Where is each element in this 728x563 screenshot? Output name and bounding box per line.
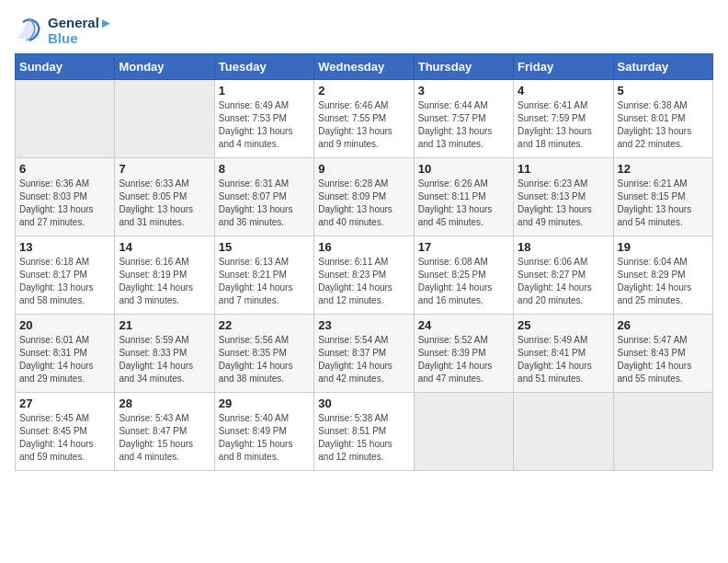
weekday-header-thursday: Thursday [414,54,513,80]
day-number: 20 [19,318,110,332]
calendar-cell: 5Sunrise: 6:38 AM Sunset: 8:01 PM Daylig… [613,80,712,158]
calendar-cell [613,393,712,471]
day-info: Sunrise: 6:49 AM Sunset: 7:53 PM Dayligh… [219,99,310,151]
calendar-cell: 3Sunrise: 6:44 AM Sunset: 7:57 PM Daylig… [414,80,513,158]
calendar-cell: 23Sunrise: 5:54 AM Sunset: 8:37 PM Dayli… [314,315,414,393]
day-info: Sunrise: 6:28 AM Sunset: 8:09 PM Dayligh… [318,178,409,229]
day-info: Sunrise: 6:36 AM Sunset: 8:03 PM Dayligh… [19,178,110,229]
calendar-cell: 1Sunrise: 6:49 AM Sunset: 7:53 PM Daylig… [214,80,313,158]
day-info: Sunrise: 6:38 AM Sunset: 8:01 PM Dayligh… [618,99,709,151]
calendar-cell: 7Sunrise: 6:33 AM Sunset: 8:05 PM Daylig… [115,158,214,236]
day-info: Sunrise: 6:16 AM Sunset: 8:19 PM Dayligh… [119,256,210,307]
day-number: 10 [418,162,509,176]
day-number: 14 [119,240,210,254]
day-number: 5 [618,84,709,98]
day-number: 11 [518,162,609,176]
day-info: Sunrise: 6:08 AM Sunset: 8:25 PM Dayligh… [418,256,509,307]
day-number: 13 [19,240,110,254]
day-info: Sunrise: 6:21 AM Sunset: 8:15 PM Dayligh… [618,178,709,229]
calendar-table: SundayMondayTuesdayWednesdayThursdayFrid… [15,53,713,471]
weekday-header-row: SundayMondayTuesdayWednesdayThursdayFrid… [16,54,713,80]
calendar-cell: 10Sunrise: 6:26 AM Sunset: 8:11 PM Dayli… [414,158,513,236]
calendar-cell: 30Sunrise: 5:38 AM Sunset: 8:51 PM Dayli… [314,393,414,471]
day-number: 25 [518,318,609,332]
day-number: 4 [518,84,609,98]
day-info: Sunrise: 5:40 AM Sunset: 8:49 PM Dayligh… [219,412,310,464]
day-info: Sunrise: 5:47 AM Sunset: 8:43 PM Dayligh… [618,334,709,385]
day-info: Sunrise: 6:33 AM Sunset: 8:05 PM Dayligh… [119,178,210,229]
day-info: Sunrise: 5:49 AM Sunset: 8:41 PM Dayligh… [518,334,609,385]
calendar-cell: 17Sunrise: 6:08 AM Sunset: 8:25 PM Dayli… [414,236,513,315]
day-number: 12 [618,162,709,176]
day-info: Sunrise: 6:26 AM Sunset: 8:11 PM Dayligh… [418,178,509,229]
calendar-cell: 2Sunrise: 6:46 AM Sunset: 7:55 PM Daylig… [314,80,414,158]
day-number: 6 [19,162,110,176]
day-info: Sunrise: 6:06 AM Sunset: 8:27 PM Dayligh… [518,256,609,307]
calendar-cell: 28Sunrise: 5:43 AM Sunset: 8:47 PM Dayli… [115,393,214,471]
day-number: 28 [119,396,210,410]
day-info: Sunrise: 6:01 AM Sunset: 8:31 PM Dayligh… [19,334,110,385]
calendar-cell: 19Sunrise: 6:04 AM Sunset: 8:29 PM Dayli… [613,236,712,315]
day-number: 21 [119,318,210,332]
weekday-header-tuesday: Tuesday [214,54,313,80]
day-info: Sunrise: 5:52 AM Sunset: 8:39 PM Dayligh… [418,334,509,385]
calendar-cell [16,80,115,158]
calendar-cell: 8Sunrise: 6:31 AM Sunset: 8:07 PM Daylig… [214,158,313,236]
calendar-cell: 14Sunrise: 6:16 AM Sunset: 8:19 PM Dayli… [115,236,214,315]
weekday-header-wednesday: Wednesday [314,54,414,80]
day-number: 16 [318,240,409,254]
calendar-cell: 25Sunrise: 5:49 AM Sunset: 8:41 PM Dayli… [514,315,613,393]
svg-marker-1 [18,19,41,39]
calendar-cell: 16Sunrise: 6:11 AM Sunset: 8:23 PM Dayli… [314,236,414,315]
calendar-cell: 20Sunrise: 6:01 AM Sunset: 8:31 PM Dayli… [16,315,115,393]
calendar-cell: 11Sunrise: 6:23 AM Sunset: 8:13 PM Dayli… [514,158,613,236]
day-info: Sunrise: 6:18 AM Sunset: 8:17 PM Dayligh… [19,256,110,307]
calendar-cell: 29Sunrise: 5:40 AM Sunset: 8:49 PM Dayli… [214,393,313,471]
calendar-cell: 9Sunrise: 6:28 AM Sunset: 8:09 PM Daylig… [314,158,414,236]
logo-text: General► Blue [48,15,113,46]
day-number: 9 [318,162,409,176]
logo-icon [15,16,44,45]
day-info: Sunrise: 5:45 AM Sunset: 8:45 PM Dayligh… [19,412,110,464]
calendar-cell: 4Sunrise: 6:41 AM Sunset: 7:59 PM Daylig… [514,80,613,158]
day-number: 3 [418,84,509,98]
day-number: 8 [219,162,310,176]
calendar-cell: 24Sunrise: 5:52 AM Sunset: 8:39 PM Dayli… [414,315,513,393]
day-info: Sunrise: 5:56 AM Sunset: 8:35 PM Dayligh… [219,334,310,385]
calendar-week-1: 1Sunrise: 6:49 AM Sunset: 7:53 PM Daylig… [16,80,713,158]
weekday-header-sunday: Sunday [16,54,115,80]
day-info: Sunrise: 5:38 AM Sunset: 8:51 PM Dayligh… [318,412,409,464]
calendar-cell: 13Sunrise: 6:18 AM Sunset: 8:17 PM Dayli… [16,236,115,315]
day-info: Sunrise: 6:41 AM Sunset: 7:59 PM Dayligh… [518,99,609,151]
calendar-cell [115,80,214,158]
day-number: 24 [418,318,509,332]
day-number: 15 [219,240,310,254]
day-number: 29 [219,396,310,410]
day-number: 22 [219,318,310,332]
day-info: Sunrise: 6:04 AM Sunset: 8:29 PM Dayligh… [618,256,709,307]
calendar-week-3: 13Sunrise: 6:18 AM Sunset: 8:17 PM Dayli… [16,236,713,315]
calendar-week-2: 6Sunrise: 6:36 AM Sunset: 8:03 PM Daylig… [16,158,713,236]
calendar-week-5: 27Sunrise: 5:45 AM Sunset: 8:45 PM Dayli… [16,393,713,471]
calendar-week-4: 20Sunrise: 6:01 AM Sunset: 8:31 PM Dayli… [16,315,713,393]
day-number: 26 [618,318,709,332]
day-number: 19 [618,240,709,254]
day-info: Sunrise: 6:46 AM Sunset: 7:55 PM Dayligh… [318,99,409,151]
calendar-cell: 6Sunrise: 6:36 AM Sunset: 8:03 PM Daylig… [16,158,115,236]
calendar-cell [514,393,613,471]
calendar-cell: 26Sunrise: 5:47 AM Sunset: 8:43 PM Dayli… [613,315,712,393]
calendar-cell: 27Sunrise: 5:45 AM Sunset: 8:45 PM Dayli… [16,393,115,471]
weekday-header-friday: Friday [514,54,613,80]
day-number: 2 [318,84,409,98]
day-number: 1 [219,84,310,98]
calendar-cell: 12Sunrise: 6:21 AM Sunset: 8:15 PM Dayli… [613,158,712,236]
day-number: 7 [119,162,210,176]
day-info: Sunrise: 6:31 AM Sunset: 8:07 PM Dayligh… [219,178,310,229]
day-info: Sunrise: 6:11 AM Sunset: 8:23 PM Dayligh… [318,256,409,307]
day-number: 27 [19,396,110,410]
day-info: Sunrise: 5:43 AM Sunset: 8:47 PM Dayligh… [119,412,210,464]
weekday-header-saturday: Saturday [613,54,712,80]
calendar-cell: 21Sunrise: 5:59 AM Sunset: 8:33 PM Dayli… [115,315,214,393]
day-number: 17 [418,240,509,254]
page-header: General► Blue [15,15,713,46]
